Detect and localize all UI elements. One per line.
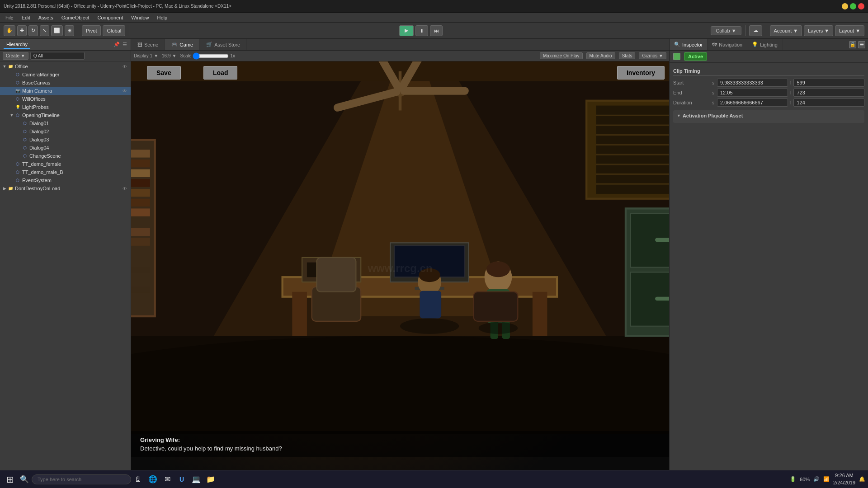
display-arrow: ▼ [154,53,158,58]
tab-label: Lighting [760,42,778,47]
hierarchy-item-tt-demo-female[interactable]: ⬡ TT_demo_female [0,160,131,168]
menu-window[interactable]: Window [127,14,152,21]
gizmos-btn[interactable]: Gizmos ▼ [639,52,666,59]
lock-button[interactable]: 🔓 [849,41,856,48]
display-selector[interactable]: Display 1 ▼ [134,53,158,58]
title-text: Unity 2018.2.8f1 Personal (64bit) - Offi… [4,4,231,9]
eye-icon[interactable]: 👁 [123,64,127,69]
hierarchy-item-dont-destroy[interactable]: ▶ 📁 DontDestroyOnLoad 👁 [0,184,131,192]
load-button[interactable]: Load [203,66,237,80]
search-button[interactable]: 🔍 [17,472,32,487]
game-tab[interactable]: 🎮 Game [165,39,200,50]
pause-button[interactable]: ⏸ [415,25,428,36]
menu-assets[interactable]: Assets [35,14,57,21]
end-s-input[interactable] [717,89,788,97]
hand-tool[interactable]: ✋ [4,25,15,36]
collab-button[interactable]: Collab ▼ [711,26,741,35]
eye-icon[interactable]: 👁 [123,186,127,191]
duration-f-input[interactable] [793,99,864,107]
hierarchy-pin[interactable]: 📌 [113,42,120,47]
start-button[interactable]: ⊞ [3,472,17,487]
clip-timing-title: Clip Timing [673,66,864,76]
tab-label: Game [179,42,193,47]
menu-component[interactable]: Component [94,14,127,21]
scene-tab[interactable]: 🖼 Scene [131,39,165,50]
aspect-selector[interactable]: 16:9 ▼ [162,53,176,58]
camera-icon: 📷 [14,88,21,94]
svg-point-53 [479,322,518,334]
global-button[interactable]: Global [103,25,125,36]
hierarchy-item-light-probes[interactable]: 💡 LightProbes [0,103,131,111]
rect-tool[interactable]: ⬜ [51,25,63,36]
play-button[interactable]: ▶ [399,25,414,36]
mute-audio-btn[interactable]: Mute Audio [586,52,615,59]
menu-help[interactable]: Help [153,14,171,21]
tab-label: Scene [144,42,158,47]
inventory-button[interactable]: Inventory [617,66,665,80]
taskbar-search-input[interactable] [32,474,131,484]
maximize-on-play-btn[interactable]: Maximize On Play [540,52,583,59]
duration-s-input[interactable] [717,99,788,107]
hierarchy-item-camera-manager[interactable]: ⬡ CameraManager [0,70,131,79]
hierarchy-item-main-camera[interactable]: 📷 Main Camera 👁 [0,87,131,95]
hierarchy-item-office[interactable]: ▼ 📁 Office 👁 [0,62,131,70]
layout-button[interactable]: Layout ▼ [835,25,864,36]
maximize-button[interactable] [850,3,856,9]
hierarchy-item-dialog03[interactable]: ⬡ Dialog03 [0,136,131,144]
layout-label: Layout [839,28,854,33]
hierarchy-item-will-offices[interactable]: ⬡ WillOffices [0,95,131,103]
task-icon-vs[interactable]: 💻 [189,472,203,487]
notification-icon[interactable]: 🔔 [859,476,865,482]
date-display: 2/24/2019 [833,479,855,486]
hierarchy-item-opening-timeline[interactable]: ▼ ⬡ OpeningTimeline [0,111,131,119]
save-button[interactable]: Save [147,66,181,80]
step-button[interactable]: ⏭ [430,25,443,36]
hierarchy-item-change-scene[interactable]: ⬡ ChangeScene [0,152,131,160]
hierarchy-search[interactable] [30,52,85,60]
move-tool[interactable]: ✚ [17,25,27,36]
scale-tool[interactable]: ⤡ [40,25,49,36]
cloud-button[interactable]: ☁ [749,25,762,36]
eye-icon[interactable]: 👁 [123,89,127,94]
transform-tool[interactable]: ⊞ [65,25,74,36]
taskbar-clock[interactable]: 9:26 AM 2/24/2019 [833,472,855,486]
rotate-tool[interactable]: ↻ [28,25,38,36]
layers-button[interactable]: Layers ▼ [804,25,833,36]
taskview-button[interactable]: 🗓 [131,472,146,487]
hierarchy-menu[interactable]: ☰ [123,42,127,47]
asset-store-tab[interactable]: 🛒 Asset Store [200,39,247,50]
task-icon-unity[interactable]: U [175,472,189,487]
inspector-tab-inspector[interactable]: 🔍 Inspector [670,39,708,50]
hierarchy-tab[interactable]: Hierarchy [4,41,30,49]
account-button[interactable]: Account ▼ [770,25,802,36]
game-viewport: Save Load Inventory Grieving Wife: Detec… [131,61,669,475]
task-icon-edge[interactable]: 🌐 [146,472,160,487]
inspector-tab-lighting[interactable]: 💡 Lighting [747,39,783,50]
start-s-input[interactable] [717,79,788,87]
scale-slider[interactable] [193,53,229,59]
network-icon: 📶 [823,476,830,482]
menu-file[interactable]: File [2,14,17,21]
inspector-controls: 🔓 ☰ [849,41,868,48]
create-button[interactable]: Create ▼ [3,52,28,60]
hierarchy-item-dialog04[interactable]: ⬡ Dialog04 [0,144,131,152]
menu-gameobject[interactable]: GameObject [58,14,93,21]
hierarchy-item-dialog02[interactable]: ⬡ Dialog02 [0,127,131,136]
start-f-input[interactable] [793,79,864,87]
pivot-button[interactable]: Pivot [82,25,101,36]
task-icon-mail[interactable]: ✉ [160,472,175,487]
hierarchy-item-tt-demo-male-b[interactable]: ⬡ TT_demo_male_B [0,168,131,176]
minimize-button[interactable] [842,3,848,9]
hierarchy-item-dialog01[interactable]: ⬡ Dialog01 [0,119,131,127]
menu-edit[interactable]: Edit [18,14,34,21]
task-icon-explorer[interactable]: 📁 [203,472,218,487]
color-indicator[interactable] [673,53,680,60]
hierarchy-item-event-system[interactable]: ⬡ EventSystem [0,176,131,184]
inspector-tab-navigation[interactable]: 🗺 Navigation [708,39,747,50]
hierarchy-item-base-canvas[interactable]: ⬡ BaseCanvas [0,79,131,87]
scale-control: Scale 1x [180,53,235,59]
options-button[interactable]: ☰ [858,41,865,48]
stats-btn[interactable]: Stats [619,52,636,59]
end-f-input[interactable] [793,89,864,97]
close-button[interactable] [858,3,864,9]
